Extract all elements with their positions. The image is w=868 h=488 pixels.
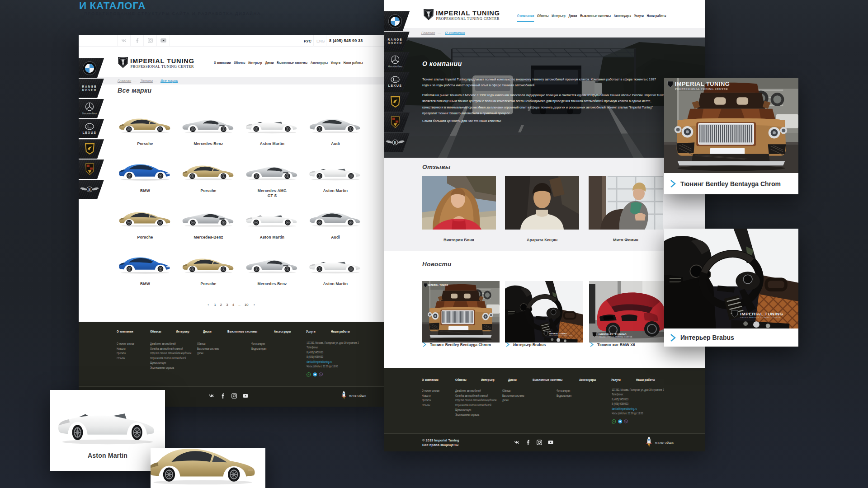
svg-text:Mercedes-Benz: Mercedes-Benz <box>82 112 97 115</box>
svg-text:PROFESSIONAL TUNING CENTER: PROFESSIONAL TUNING CENTER <box>428 287 448 289</box>
svg-text:IMPERIAL TUNING: IMPERIAL TUNING <box>436 9 500 17</box>
svg-text:PROFESSIONAL TUNING CENTER: PROFESSIONAL TUNING CENTER <box>599 336 632 338</box>
svg-text:Mercedes-Benz: Mercedes-Benz <box>388 65 403 68</box>
svg-text:IMPERIAL TUNING: IMPERIAL TUNING <box>599 333 627 336</box>
svg-text:B: B <box>394 141 396 145</box>
svg-text:PROFESSIONAL TUNING CENTER: PROFESSIONAL TUNING CENTER <box>549 335 573 337</box>
svg-text:PROFESSIONAL TUNING CENTER: PROFESSIONAL TUNING CENTER <box>131 64 194 69</box>
svg-text:ROVER: ROVER <box>82 89 97 92</box>
svg-text:IMPERIAL TUNING: IMPERIAL TUNING <box>549 333 567 335</box>
svg-text:RANGE: RANGE <box>387 38 402 41</box>
svg-text:IMPERIAL TUNING: IMPERIAL TUNING <box>675 80 730 87</box>
svg-text:RANGE: RANGE <box>82 85 97 88</box>
svg-text:PROFESSIONAL TUNING CENTER: PROFESSIONAL TUNING CENTER <box>436 16 500 21</box>
svg-text:IMPERIAL TUNING: IMPERIAL TUNING <box>428 284 448 286</box>
svg-text:LEXUS: LEXUS <box>388 83 402 87</box>
svg-text:ROVER: ROVER <box>388 42 403 45</box>
svg-text:IMPERIAL TUNING: IMPERIAL TUNING <box>740 311 783 316</box>
svg-text:PROFESSIONAL TUNING CENTER: PROFESSIONAL TUNING CENTER <box>741 316 781 319</box>
svg-text:B: B <box>88 188 91 192</box>
svg-text:LEXUS: LEXUS <box>83 130 97 134</box>
svg-text:PROFESSIONAL TUNING CENTER: PROFESSIONAL TUNING CENTER <box>675 87 728 90</box>
svg-text:IMPERIAL TUNING: IMPERIAL TUNING <box>130 57 194 65</box>
